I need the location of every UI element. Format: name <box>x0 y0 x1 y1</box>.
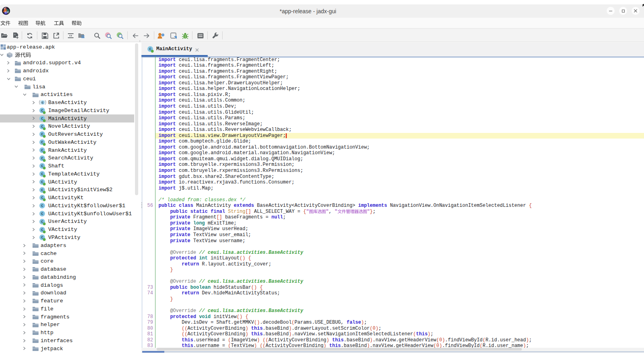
svg-text:DX: DX <box>5 11 9 14</box>
svg-text:c: c <box>41 100 44 105</box>
svg-text:c: c <box>41 204 43 208</box>
svg-text:c: c <box>41 212 43 216</box>
